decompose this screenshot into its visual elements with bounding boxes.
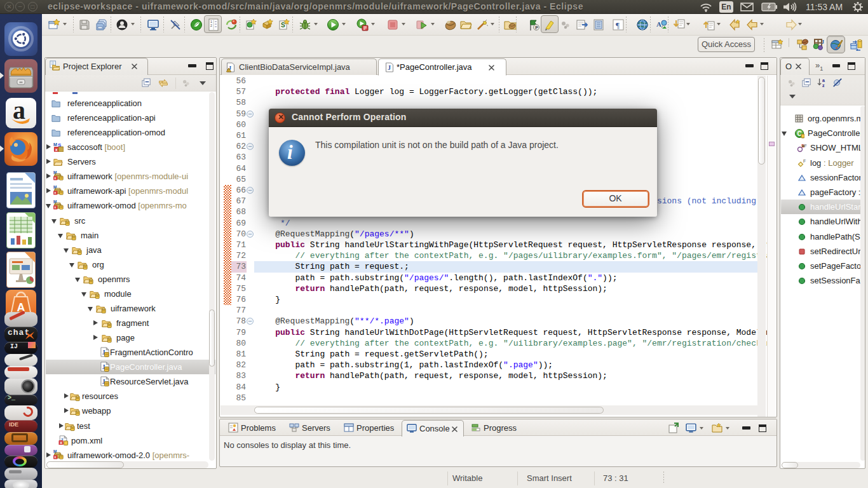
svg-text:2: 2 — [210, 24, 212, 27]
svg-text:A: A — [656, 20, 661, 28]
svg-text:x: x — [55, 147, 58, 152]
svg-text:z: z — [822, 83, 825, 88]
svg-text:J: J — [388, 64, 391, 71]
svg-text:¶: ¶ — [616, 20, 620, 30]
svg-text:F: F — [803, 159, 806, 163]
svg-text:a: a — [822, 78, 825, 83]
svg-text:F: F — [804, 144, 807, 148]
svg-text:x: x — [60, 440, 62, 445]
svg-text:S: S — [281, 22, 285, 29]
svg-text:P: P — [535, 25, 538, 30]
svg-text:J: J — [822, 39, 825, 45]
